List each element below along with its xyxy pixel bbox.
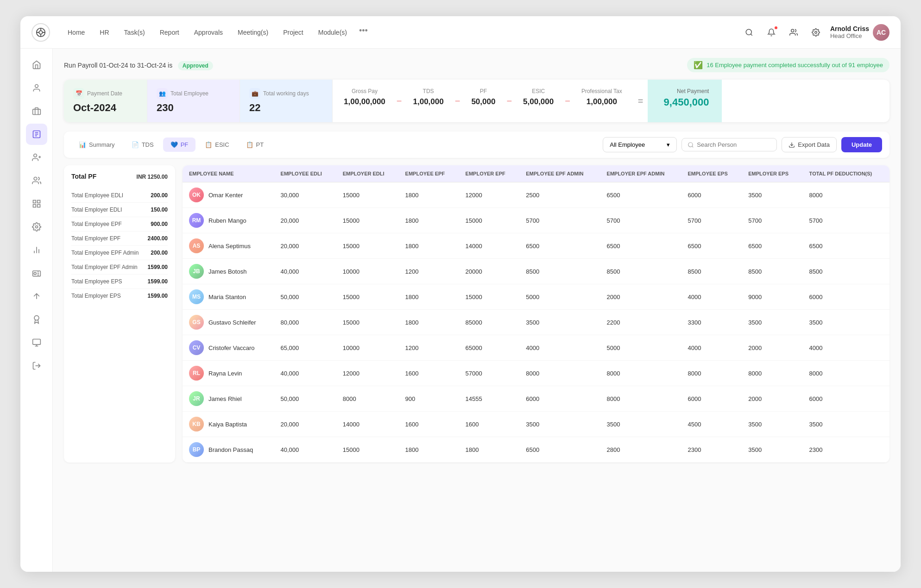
sidebar-item-briefcase[interactable] [26, 100, 47, 122]
employee-avatar: AS [189, 238, 204, 253]
cell-total-pf: 6000 [803, 386, 889, 412]
table-area: Total PF INR 1250.00 Total Employee EDLI… [64, 165, 889, 463]
user-office: Head Office [830, 32, 869, 39]
search-button[interactable] [741, 25, 757, 40]
summary-row: Total Employee EPF 900.00 [71, 217, 168, 231]
cell-er-eps: 2000 [742, 335, 802, 361]
sidebar-item-home[interactable] [26, 54, 47, 75]
tab-esic[interactable]: 📋 ESIC [197, 138, 236, 152]
update-button[interactable]: Update [841, 137, 882, 152]
cell-er-epf-admin: 8000 [600, 361, 681, 386]
search-box [681, 138, 777, 151]
card-net-payment: Net Payment 9,450,000 [648, 80, 722, 122]
sidebar-item-grid[interactable] [26, 193, 47, 214]
sidebar-item-logout[interactable] [26, 355, 47, 376]
cell-er-epf: 85000 [459, 310, 520, 335]
nav-modules[interactable]: Module(s) [312, 26, 353, 39]
notifications-button[interactable] [763, 25, 779, 40]
tab-pf[interactable]: 💙 PF [163, 138, 196, 152]
nav-more-dots[interactable]: ••• [355, 26, 372, 39]
summary-row: Total Employer EPF Admin 1599.00 [71, 260, 168, 275]
cell-emp-eps: 4500 [681, 412, 742, 437]
cell-emp-eps: 3300 [681, 310, 742, 335]
cell-emp-epf: 1800 [399, 208, 459, 233]
cell-total-pf: 3500 [803, 412, 889, 437]
cell-er-edli: 8000 [336, 386, 399, 412]
sidebar-item-idcard[interactable] [26, 263, 47, 284]
cell-er-epf-admin: 5700 [600, 208, 681, 233]
employee-name: Alena Septimus [208, 243, 251, 250]
payment-success-msg: ✅ 16 Employee payment completed successf… [687, 58, 889, 72]
sidebar-item-monitor[interactable] [26, 332, 47, 353]
people-button[interactable] [786, 25, 801, 40]
cell-emp-eps: 8000 [681, 361, 742, 386]
export-data-button[interactable]: Export Data [782, 137, 837, 152]
cell-emp-epf-admin: 2500 [519, 182, 600, 208]
svg-rect-20 [37, 205, 40, 207]
cell-employee-name: AS Alena Septimus [183, 233, 274, 259]
sidebar-item-award[interactable] [26, 309, 47, 330]
cell-emp-eps: 4000 [681, 335, 742, 361]
cell-emp-epf: 1200 [399, 335, 459, 361]
summary-row: Total Employee EPF Admin 200.00 [71, 246, 168, 260]
cell-employee-name: GS Gustavo Schleifer [183, 310, 274, 335]
table-row: JB James Botosh 40,000 10000 1200 20000 … [183, 259, 889, 284]
cell-er-epf-admin: 8000 [600, 386, 681, 412]
nav-home[interactable]: Home [61, 26, 91, 39]
tabs-bar: 📊 Summary 📄 TDS 💙 PF 📋 ESIC [64, 131, 889, 158]
sidebar-item-group[interactable] [26, 170, 47, 191]
svg-rect-28 [32, 339, 40, 345]
search-input[interactable] [697, 141, 771, 148]
cell-emp-epf: 1800 [399, 182, 459, 208]
col-er-eps: EMPLOYER EPS [742, 165, 802, 182]
nav-links: Home HR Task(s) Report Approvals Meeting… [61, 26, 738, 39]
cell-emp-edli: 30,000 [274, 182, 336, 208]
user-info[interactable]: Arnold Criss Head Office AC [830, 24, 889, 41]
cell-er-edli: 15000 [336, 233, 399, 259]
nav-report[interactable]: Report [153, 26, 186, 39]
nav-hr[interactable]: HR [93, 26, 115, 39]
data-table-wrap: EMPLOYEE NAME EMPLOYEE EDLI EMPLOYER EDL… [183, 165, 889, 463]
card-working-days: 💼 Total working days 22 [240, 80, 333, 122]
nav-right: Arnold Criss Head Office AC [741, 24, 889, 41]
summary-cards: 📅 Payment Date Oct-2024 👥 Total Employee… [64, 80, 889, 122]
cell-er-epf-admin: 6500 [600, 233, 681, 259]
employee-filter-dropdown[interactable]: All Employee ▾ [603, 137, 677, 152]
main-content: Run Payroll 01-Oct-24 to 31-Oct-24 is Ap… [53, 49, 901, 572]
nav-project[interactable]: Project [277, 26, 310, 39]
tab-pt[interactable]: 📋 PT [239, 138, 271, 152]
pay-pf: PF 50,000 [460, 80, 506, 122]
cell-total-pf: 8000 [803, 182, 889, 208]
cell-emp-epf-admin: 3500 [519, 412, 600, 437]
tab-tds[interactable]: 📄 TDS [124, 138, 161, 152]
svg-point-6 [746, 29, 751, 35]
pt-tab-icon: 📋 [246, 141, 253, 148]
cell-employee-name: BP Brandon Passaq [183, 437, 274, 463]
tab-summary[interactable]: 📊 Summary [71, 138, 122, 152]
cell-employee-name: RL Rayna Levin [183, 361, 274, 386]
nav-approvals[interactable]: Approvals [188, 26, 229, 39]
col-emp-edli: EMPLOYEE EDLI [274, 165, 336, 182]
nav-meetings[interactable]: Meeting(s) [231, 26, 275, 39]
sidebar-item-add-person[interactable] [26, 147, 47, 168]
cell-employee-name: OK Omar Kenter [183, 182, 274, 208]
cell-emp-epf-admin: 3500 [519, 310, 600, 335]
app-logo[interactable] [32, 23, 50, 42]
sidebar-item-chart[interactable] [26, 239, 47, 261]
settings-button[interactable] [808, 25, 824, 40]
cell-er-epf: 14000 [459, 233, 520, 259]
sidebar-item-payroll[interactable] [26, 124, 47, 145]
pay-prof-tax: Professional Tax 1,00,000 [570, 80, 633, 122]
cell-total-pf: 3500 [803, 310, 889, 335]
sidebar-item-settings[interactable] [26, 216, 47, 238]
cell-employee-name: JB James Botosh [183, 259, 274, 284]
summary-row: Total Employee EDLI 200.00 [71, 188, 168, 203]
cell-emp-edli: 40,000 [274, 259, 336, 284]
sidebar-item-transfer[interactable] [26, 286, 47, 307]
cell-employee-name: JR James Rhiel [183, 386, 274, 412]
cell-emp-epf-admin: 6500 [519, 233, 600, 259]
nav-tasks[interactable]: Task(s) [118, 26, 151, 39]
sidebar-item-person[interactable] [26, 77, 47, 99]
cell-employee-name: KB Kaiya Baptista [183, 412, 274, 437]
col-er-epf: EMPLOYER EPF [459, 165, 520, 182]
